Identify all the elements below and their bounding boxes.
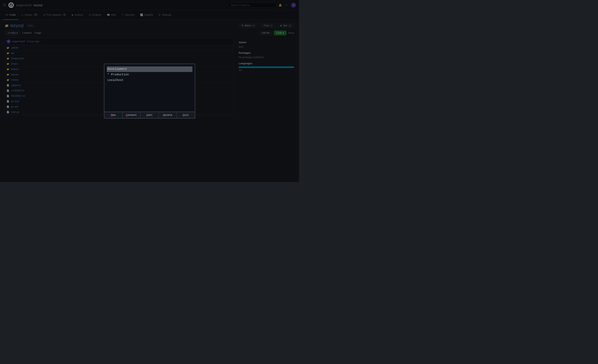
delete-key-letter: D (163, 113, 165, 117)
connect-key-letter: C (126, 113, 128, 117)
modal-overlay[interactable]: Development * Production Localhost New C… (0, 0, 299, 182)
connect-button[interactable]: Connect (122, 112, 141, 118)
terminal-modal: Development * Production Localhost New C… (104, 64, 195, 119)
new-key-letter: N (111, 113, 113, 117)
new-button[interactable]: New (104, 112, 122, 118)
quit-key-letter: Q (183, 113, 184, 117)
terminal-buttons: New Connect Edit Delete Quit (104, 112, 195, 118)
terminal-body: Development * Production Localhost (104, 64, 195, 112)
connection-item-development[interactable]: Development (107, 66, 192, 72)
connection-item-localhost[interactable]: Localhost (107, 78, 192, 83)
edit-button[interactable]: Edit (141, 112, 158, 118)
edit-key-letter: E (146, 113, 148, 117)
quit-button[interactable]: Quit (177, 112, 195, 118)
connection-item-production[interactable]: * Production (107, 72, 192, 78)
delete-button[interactable]: Delete (159, 112, 177, 118)
active-marker: * (108, 73, 111, 76)
